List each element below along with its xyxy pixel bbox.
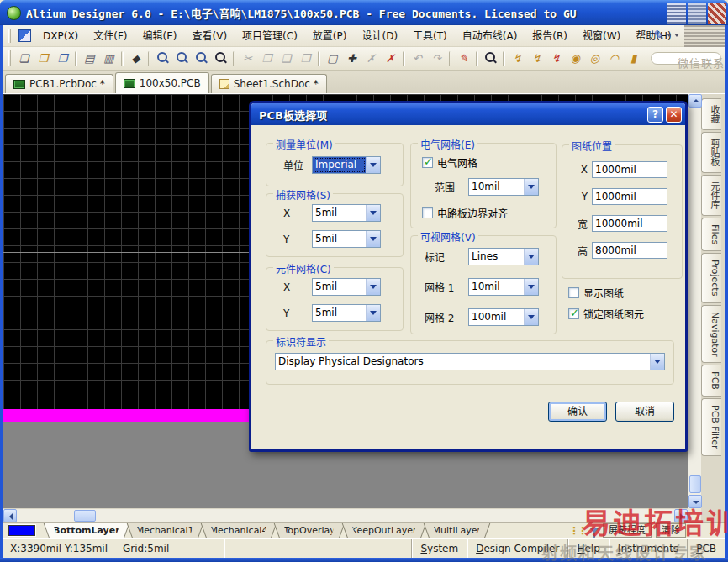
chevron-down-icon[interactable] <box>366 231 380 247</box>
select-area-icon[interactable]: ▢ <box>324 50 341 67</box>
new-document-icon[interactable]: ❏ <box>15 50 33 67</box>
layer-tab[interactable]: MultiLayer <box>430 523 484 538</box>
menu-item[interactable]: 自动布线(A) <box>455 26 525 46</box>
scroll-right-button[interactable] <box>674 509 688 523</box>
menu-item[interactable]: 文件(F) <box>86 26 135 46</box>
designator-display-combo[interactable]: Display Physical Designators <box>275 353 665 370</box>
panel-tab[interactable]: PCB Filter <box>701 398 721 456</box>
menu-item[interactable]: 放置(P) <box>305 26 355 46</box>
layer-tab[interactable]: BottomLayer <box>50 523 123 538</box>
place-via-icon[interactable]: ◎ <box>586 50 604 67</box>
menu-item[interactable]: 项目管理(C) <box>235 26 305 46</box>
place-line-icon[interactable]: ↯ <box>509 50 526 67</box>
place-arc-icon[interactable]: ◠ <box>605 50 623 67</box>
menu-item[interactable]: 报告(R) <box>525 26 575 46</box>
chevron-down-icon[interactable] <box>524 279 538 295</box>
scroll-down-button[interactable] <box>688 495 702 508</box>
menu-item[interactable]: 查看(V) <box>185 26 235 46</box>
cancel-button[interactable]: 取消 <box>615 402 674 422</box>
layer-tab[interactable]: KeepOutLayer <box>349 523 419 538</box>
tab-sheet1-schdoc[interactable]: Sheet1.SchDoc * <box>211 74 327 93</box>
panel-tab[interactable]: Navigator <box>701 305 721 364</box>
menu-item[interactable]: 编辑(E) <box>135 26 185 46</box>
display-sheet-checkbox[interactable]: ✓ 显示图纸 <box>568 286 624 300</box>
vertical-scrollbar[interactable] <box>688 94 701 522</box>
cut-icon[interactable]: ✂ <box>239 50 256 67</box>
scroll-left-button[interactable] <box>3 509 17 523</box>
place-track-icon[interactable]: ↯ <box>528 50 546 67</box>
panel-button[interactable]: Design Compiler <box>467 539 567 558</box>
scroll-up-button[interactable] <box>688 94 702 108</box>
title-bar[interactable]: Altium Designer 6.0 - E:\电子\音响\LM1875\10… <box>0 0 728 25</box>
chevron-down-icon[interactable] <box>524 179 538 195</box>
move-icon[interactable]: ✚ <box>343 50 361 67</box>
panel-tab[interactable]: Projects <box>701 253 721 302</box>
vertical-scroll-track[interactable] <box>688 108 701 475</box>
grid1-combo[interactable]: 10mil <box>468 278 539 296</box>
panel-tab[interactable]: Files <box>701 218 721 251</box>
chevron-down-icon[interactable] <box>366 205 380 221</box>
chevron-down-icon[interactable] <box>524 249 538 265</box>
clear-button[interactable]: 清除 <box>656 523 686 538</box>
layer-tab[interactable]: Mechanical1 <box>134 523 197 538</box>
snap-y-combo[interactable]: 5mil <box>312 230 381 248</box>
layer-tab[interactable]: Mechanical4 <box>208 523 271 538</box>
zoom-selection-icon[interactable] <box>212 50 229 67</box>
menu-item[interactable]: 设计(D) <box>354 26 405 46</box>
sheet-width-input[interactable]: 10000mil <box>592 215 667 232</box>
panel-button[interactable]: PCB <box>687 539 725 558</box>
tab-pcb1-pcbdoc[interactable]: PCB1.PcbDoc * <box>5 74 113 93</box>
mask-level-button[interactable]: 屏蔽程度 <box>603 523 652 538</box>
sheet-x-input[interactable]: 1000mil <box>592 161 667 178</box>
component-y-combo[interactable]: 5mil <box>312 304 381 322</box>
zoom-area-icon[interactable] <box>173 50 191 67</box>
panel-tab[interactable]: 收藏 <box>701 98 721 130</box>
paste-icon[interactable]: ❑ <box>277 50 295 67</box>
print-preview-icon[interactable]: ▥ <box>100 50 118 67</box>
chevron-down-icon[interactable] <box>366 157 380 173</box>
horizontal-scroll-thumb[interactable] <box>74 510 96 522</box>
redo-icon[interactable]: ↷ <box>428 50 446 67</box>
panel-button[interactable]: Instruments <box>609 539 687 558</box>
delete-track-icon[interactable]: ✗ <box>382 50 399 67</box>
pencil-icon[interactable]: ✎ <box>653 28 664 43</box>
find-component-icon[interactable] <box>482 50 499 67</box>
dialog-title-bar[interactable]: PCB板选择项 ? ✕ <box>251 103 685 125</box>
unit-combo[interactable]: Imperial <box>312 156 381 174</box>
panel-tab[interactable]: 元件库 <box>701 175 721 216</box>
menu-item[interactable]: 视窗(W) <box>575 26 628 46</box>
menu-item[interactable]: DXP(X) <box>35 26 86 46</box>
active-layer-color-swatch[interactable] <box>8 525 35 536</box>
filter-funnel-icon[interactable] <box>590 528 599 533</box>
snap-to-board-outline-checkbox[interactable]: ✓ 电路板边界对齐 <box>422 206 508 220</box>
layer-tab[interactable]: TopOverlay <box>281 523 337 538</box>
tab-100x50-pcb[interactable]: 100x50.PCB <box>115 72 209 93</box>
electrical-grid-checkbox[interactable]: ✓ 电气网格 <box>422 155 477 170</box>
layer-options-icon[interactable]: ⋮⋮ <box>569 525 586 537</box>
vertical-scroll-thumb[interactable] <box>689 475 701 493</box>
break-track-icon[interactable]: ✗ <box>362 50 380 67</box>
paste-array-icon[interactable]: ❒ <box>297 50 314 67</box>
marks-combo[interactable]: Lines <box>468 248 539 265</box>
copy-icon[interactable]: ❐ <box>258 50 276 67</box>
chevron-down-icon[interactable] <box>524 309 538 325</box>
menu-item[interactable]: 工具(T) <box>405 26 455 46</box>
chevron-down-icon[interactable] <box>366 305 380 321</box>
panel-tab[interactable]: 剪贴板 <box>701 132 721 173</box>
chevron-down-icon[interactable] <box>650 354 664 370</box>
snap-x-combo[interactable]: 5mil <box>312 204 381 222</box>
chevron-down-icon[interactable] <box>667 34 672 37</box>
range-combo[interactable]: 10mil <box>468 178 539 196</box>
print-icon[interactable]: ▤ <box>81 50 98 67</box>
zoom-in-icon[interactable] <box>193 50 210 67</box>
place-pad-icon[interactable]: ◉ <box>567 50 584 67</box>
undo-icon[interactable]: ↶ <box>409 50 426 67</box>
sheet-y-input[interactable]: 1000mil <box>592 188 667 205</box>
panel-button[interactable]: Help <box>567 539 608 558</box>
lock-sheet-primitives-checkbox[interactable]: ✓ 锁定图纸图元 <box>568 307 644 321</box>
component-x-combo[interactable]: 5mil <box>312 278 381 296</box>
dxp-menu-icon[interactable] <box>18 29 31 42</box>
chevron-down-icon[interactable] <box>366 279 380 295</box>
panel-tab[interactable]: PCB <box>701 365 721 397</box>
save-icon[interactable]: ❐ <box>54 50 71 67</box>
